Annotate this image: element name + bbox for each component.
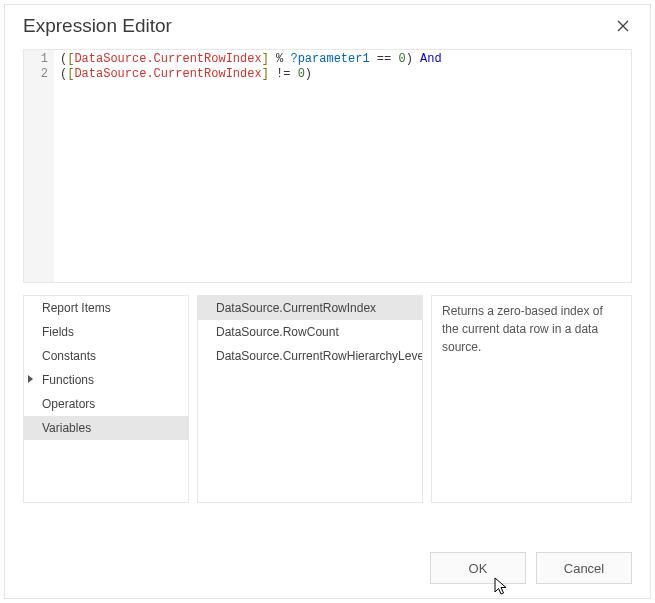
code-editor[interactable]: 12 ([DataSource.CurrentRowIndex] % ?para… [23, 49, 632, 283]
ok-button[interactable]: OK [430, 552, 526, 584]
category-item[interactable]: Functions [24, 368, 188, 392]
member-item[interactable]: DataSource.CurrentRowIndex [198, 296, 422, 320]
close-icon [617, 20, 629, 32]
category-item[interactable]: Fields [24, 320, 188, 344]
cancel-button[interactable]: Cancel [536, 552, 632, 584]
code-line[interactable]: ([DataSource.CurrentRowIndex] != 0) [60, 67, 625, 82]
category-label: Variables [42, 421, 91, 435]
category-item[interactable]: Operators [24, 392, 188, 416]
category-item[interactable]: Constants [24, 344, 188, 368]
line-number: 2 [24, 67, 48, 82]
category-label: Fields [42, 325, 74, 339]
helper-panes: Report ItemsFieldsConstantsFunctionsOper… [23, 295, 632, 503]
member-list[interactable]: DataSource.CurrentRowIndexDataSource.Row… [197, 295, 423, 503]
code-gutter: 12 [24, 50, 54, 282]
member-item[interactable]: DataSource.RowCount [198, 320, 422, 344]
cursor-icon [493, 577, 511, 597]
expression-editor-dialog: Expression Editor 12 ([DataSource.Curren… [4, 4, 651, 599]
category-item[interactable]: Variables [24, 416, 188, 440]
category-list[interactable]: Report ItemsFieldsConstantsFunctionsOper… [23, 295, 189, 503]
close-button[interactable] [612, 15, 634, 37]
dialog-header: Expression Editor [5, 5, 650, 49]
code-line[interactable]: ([DataSource.CurrentRowIndex] % ?paramet… [60, 52, 625, 67]
category-label: Functions [42, 373, 94, 387]
category-item[interactable]: Report Items [24, 296, 188, 320]
category-label: Report Items [42, 301, 111, 315]
line-number: 1 [24, 52, 48, 67]
description-pane: Returns a zero-based index of the curren… [431, 295, 632, 503]
category-label: Constants [42, 349, 96, 363]
dialog-footer: OK Cancel [5, 542, 650, 598]
member-item[interactable]: DataSource.CurrentRowHierarchyLevel [198, 344, 422, 368]
dialog-content: 12 ([DataSource.CurrentRowIndex] % ?para… [5, 49, 650, 542]
caret-right-icon [28, 375, 33, 383]
category-label: Operators [42, 397, 95, 411]
dialog-title: Expression Editor [23, 15, 612, 37]
code-area[interactable]: ([DataSource.CurrentRowIndex] % ?paramet… [54, 50, 631, 282]
